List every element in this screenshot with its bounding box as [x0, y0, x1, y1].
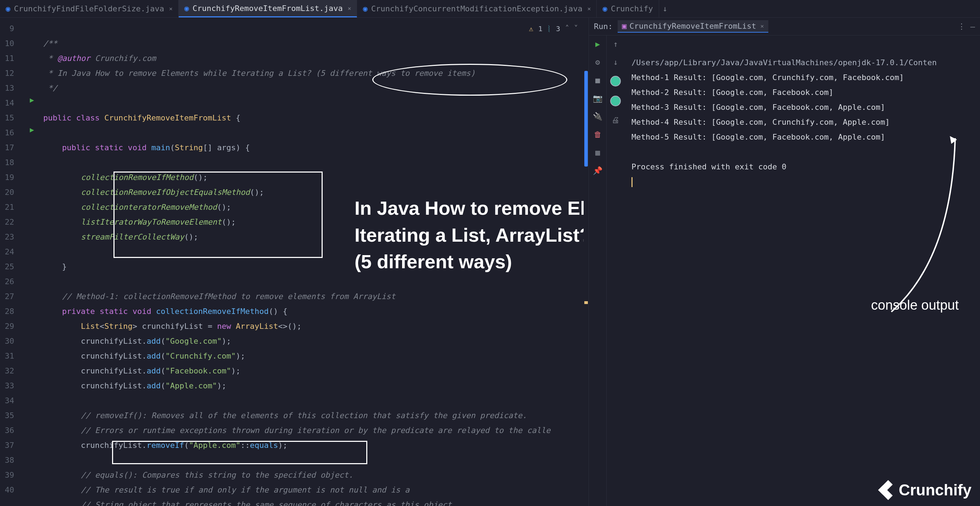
tab-findfile[interactable]: ◉ CrunchifyFindFileFolderSize.java ✕ [0, 0, 179, 17]
java-icon: ◉ [363, 4, 368, 13]
tab-label: CrunchifyRemoveItemFromList.java [192, 4, 343, 13]
warning-count: 1 [538, 21, 542, 36]
tab-crunchify[interactable]: ◉ Crunchify [597, 0, 659, 17]
run-toolbar-right: ↑ ↓ 🖨 [607, 35, 624, 506]
console-caret [632, 177, 633, 187]
console-line: Method-3 Result: [Google.com, Facebook.c… [632, 103, 885, 112]
console-exit: Process finished with exit code 0 [632, 162, 786, 171]
annotation-box-calls [113, 171, 323, 258]
settings-icon[interactable]: ⚙ [595, 58, 600, 67]
console-output[interactable]: /Users/app/Library/Java/JavaVirtualMachi… [624, 35, 980, 506]
print-icon[interactable]: 🖨 [612, 116, 619, 124]
exit-icon[interactable]: 🔌 [593, 112, 602, 121]
application-icon: ▣ [622, 22, 627, 30]
rerun-icon[interactable]: ▶ [595, 40, 600, 49]
logo-text: Crunchify [899, 481, 972, 499]
nav-down-icon[interactable]: ↓ [663, 4, 667, 13]
doc-comment: /** [43, 39, 57, 48]
java-icon: ◉ [602, 4, 607, 13]
weak-warning-count: 3 [556, 21, 560, 36]
run-gutter-icon[interactable]: ▶ [30, 96, 34, 104]
scroll-to-end-icon[interactable] [610, 96, 621, 106]
run-config-tab[interactable]: ▣ CrunchifyRemoveItemFromList ✕ [618, 20, 768, 33]
annotation-console-label: console output [871, 298, 959, 312]
pin-icon[interactable]: 📌 [593, 166, 602, 175]
run-gutter-icon[interactable]: ▶ [30, 125, 34, 134]
prev-highlight-icon[interactable]: ˄ [565, 21, 569, 36]
java-icon: ◉ [185, 4, 189, 13]
editor-tabs: ◉ CrunchifyFindFileFolderSize.java ✕ ◉ C… [0, 0, 980, 18]
console-line: Method-5 Result: [Google.com, Facebook.c… [632, 133, 885, 141]
run-label: Run: [594, 22, 612, 31]
soft-wrap-icon[interactable] [610, 76, 621, 86]
run-header: Run: ▣ CrunchifyRemoveItemFromList ✕ ⋮ — [589, 18, 980, 35]
java-icon: ◉ [6, 4, 10, 13]
console-path: /Users/app/Library/Java/JavaVirtualMachi… [632, 58, 937, 67]
close-icon[interactable]: ✕ [169, 5, 173, 12]
error-stripe[interactable] [584, 18, 589, 506]
scroll-down-icon[interactable]: ↓ [613, 58, 618, 67]
layout-icon[interactable]: ▦ [595, 148, 600, 157]
tab-label: Crunchify [611, 4, 653, 13]
inspection-widget[interactable]: ⚠1 ⦚3 ˄ ˅ [529, 21, 578, 36]
close-icon[interactable]: ✕ [348, 5, 352, 12]
run-tool-window: Run: ▣ CrunchifyRemoveItemFromList ✕ ⋮ —… [589, 18, 980, 506]
crunchify-logo: Crunchify [881, 481, 972, 499]
stop-icon[interactable]: ■ [595, 76, 600, 85]
next-highlight-icon[interactable]: ˅ [574, 21, 578, 36]
more-icon[interactable]: ⋮ [958, 22, 966, 31]
close-icon[interactable]: ✕ [760, 23, 764, 29]
tab-label: CrunchifyFindFileFolderSize.java [14, 4, 164, 13]
delete-icon[interactable]: 🗑 [594, 130, 602, 139]
close-icon[interactable]: ✕ [587, 5, 591, 12]
annotation-arrow [881, 135, 959, 319]
gutter-line-numbers: 9101112131415161718192021222324252627282… [0, 18, 17, 506]
logo-mark-icon [878, 480, 898, 500]
tab-removeitem[interactable]: ◉ CrunchifyRemoveItemFromList.java ✕ [179, 0, 357, 17]
tab-label: CrunchifyConcurrentModificationException… [371, 4, 582, 13]
code-area[interactable]: /** * @author Crunchify.com * In Java Ho… [39, 18, 584, 506]
weak-warning-icon: ⦚ [547, 21, 551, 36]
console-line: Method-4 Result: [Google.com, Crunchify.… [632, 117, 889, 127]
warning-icon: ⚠ [529, 21, 533, 36]
run-toolbar-left: ▶ ⚙ ■ 📷 🔌 🗑 ▦ 📌 [589, 35, 607, 506]
gutter-icons: ▶ ▶ [17, 18, 39, 506]
hide-icon[interactable]: — [970, 22, 975, 31]
console-line: Method-2 Result: [Google.com, Facebook.c… [632, 88, 834, 97]
tab-concurrentmod[interactable]: ◉ CrunchifyConcurrentModificationExcepti… [357, 0, 597, 17]
scroll-up-icon[interactable]: ↑ [613, 40, 618, 49]
dump-threads-icon[interactable]: 📷 [593, 94, 602, 103]
console-line: Method-1 Result: [Google.com, Crunchify.… [632, 73, 904, 82]
editor[interactable]: 9101112131415161718192021222324252627282… [0, 18, 589, 506]
run-config-name: CrunchifyRemoveItemFromList [629, 22, 756, 30]
annotation-title: In Java How to remove Elements while Ite… [355, 195, 589, 275]
